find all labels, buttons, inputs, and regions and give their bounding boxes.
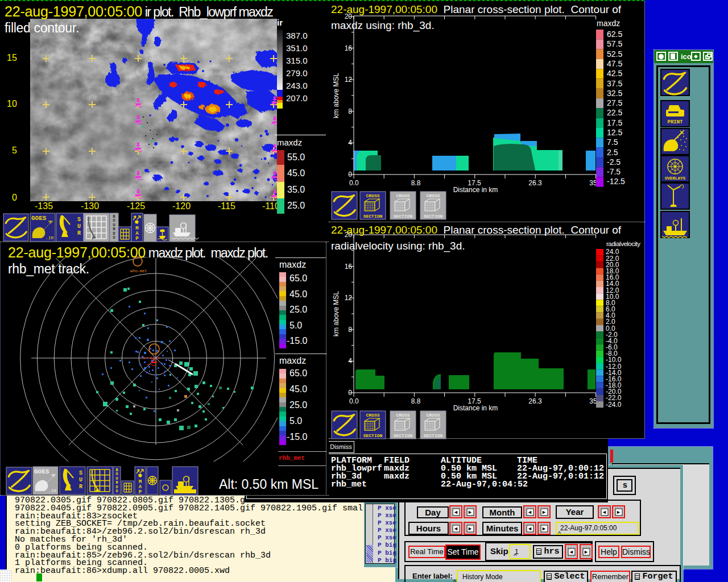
svg-text:CROSS: CROSS	[366, 413, 379, 418]
svg-text:27.5: 27.5	[607, 98, 622, 107]
svg-text:8.8: 8.8	[411, 397, 421, 405]
svg-text:0: 0	[348, 389, 352, 397]
svg-text:GOES: GOES	[34, 468, 49, 475]
svg-text:12.5: 12.5	[607, 128, 622, 137]
svg-text:.IR: .IR	[46, 235, 54, 240]
svg-text:35: 35	[589, 179, 597, 187]
svg-text:-24.0: -24.0	[606, 401, 622, 409]
svg-text:b<-12-0: b<-12-0	[143, 356, 159, 360]
svg-text:CROSS: CROSS	[396, 193, 410, 198]
svg-text:22.5: 22.5	[607, 108, 622, 117]
svg-text:SECTION: SECTION	[363, 214, 383, 219]
svg-text:42.5: 42.5	[607, 69, 622, 78]
svg-text:radialvelocity: radialvelocity	[606, 240, 640, 247]
svg-text:O: O	[115, 472, 118, 476]
svg-text:0: 0	[348, 171, 352, 178]
svg-text:SECTION: SECTION	[363, 433, 383, 438]
svg-text:16: 16	[345, 44, 353, 52]
svg-text:0.0: 0.0	[349, 397, 359, 405]
svg-text:S: S	[113, 235, 115, 240]
svg-text:35: 35	[589, 397, 597, 405]
svg-text:4: 4	[348, 357, 352, 365]
svg-text:16: 16	[345, 263, 353, 271]
svg-text:-7.5: -7.5	[607, 167, 621, 176]
svg-text:CROSS: CROSS	[426, 413, 440, 418]
svg-text:U: U	[77, 223, 81, 230]
svg-text:O: O	[113, 218, 115, 223]
svg-text:SECTION: SECTION	[394, 433, 413, 438]
svg-text:PRINT: PRINT	[667, 119, 683, 125]
svg-text:CROSS: CROSS	[396, 413, 410, 418]
svg-text:8: 8	[348, 326, 352, 334]
svg-text:2.5: 2.5	[607, 148, 618, 157]
svg-text:who-met: who-met	[130, 269, 147, 273]
svg-text:32.5: 32.5	[607, 89, 622, 98]
svg-text:R: R	[77, 230, 81, 236]
svg-text:26.3: 26.3	[528, 179, 542, 187]
svg-text:7.5: 7.5	[607, 138, 618, 147]
svg-text:maxdz: maxdz	[597, 19, 620, 28]
svg-text:km above MSL: km above MSL	[332, 291, 340, 336]
svg-text:-2.5: -2.5	[607, 157, 621, 167]
svg-text:8.8: 8.8	[411, 179, 421, 187]
svg-text:km above MSL: km above MSL	[332, 73, 340, 118]
svg-text:8: 8	[348, 107, 352, 115]
svg-text:OVERLAYS: OVERLAYS	[665, 176, 686, 181]
svg-text:S: S	[77, 217, 81, 223]
svg-text:57.5: 57.5	[607, 39, 622, 48]
svg-text:0.0: 0.0	[349, 179, 359, 187]
svg-text:S: S	[79, 470, 82, 476]
svg-text:37.5: 37.5	[607, 79, 622, 88]
svg-text:26.3: 26.3	[528, 397, 542, 405]
svg-text:47.5: 47.5	[607, 59, 622, 68]
svg-text:4: 4	[348, 139, 352, 147]
svg-text:SECTION: SECTION	[394, 214, 413, 219]
svg-text:GOES: GOES	[31, 215, 47, 222]
svg-text:12: 12	[345, 76, 353, 84]
svg-text:CROSS: CROSS	[366, 193, 379, 198]
svg-text:P: P	[139, 489, 142, 495]
svg-text:P: P	[135, 236, 139, 242]
svg-text:N: N	[113, 227, 115, 231]
svg-text:-12.5: -12.5	[607, 177, 625, 186]
svg-text:.IR: .IR	[48, 488, 57, 493]
svg-text:U: U	[79, 477, 82, 483]
svg-text:CROSS: CROSS	[426, 193, 440, 198]
svg-text:R: R	[79, 484, 82, 490]
svg-text:17.5: 17.5	[607, 118, 622, 127]
svg-text:12: 12	[345, 294, 353, 302]
svg-text:SECTION: SECTION	[424, 433, 443, 438]
svg-text:52.5: 52.5	[607, 49, 622, 59]
svg-text:S: S	[115, 489, 118, 493]
svg-text:N: N	[115, 480, 118, 485]
svg-text:62.5: 62.5	[607, 30, 622, 39]
svg-text:SECTION: SECTION	[424, 214, 443, 219]
